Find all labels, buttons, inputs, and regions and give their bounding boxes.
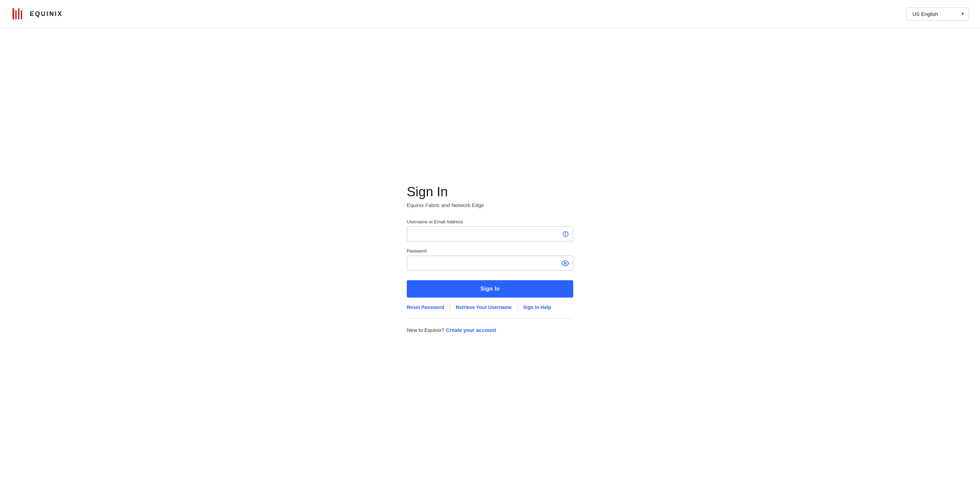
svg-point-10 [565,233,566,233]
page-subtitle: Equinix Fabric and Network Edge [407,202,573,208]
password-input[interactable] [407,256,573,271]
page-title: Sign In [407,185,573,199]
svg-point-11 [564,262,566,264]
password-field-group: Password [407,248,573,271]
username-field-group: Username or Email Address [407,219,573,241]
section-divider [407,319,573,319]
info-circle-icon[interactable] [562,231,569,237]
logo: EQUINIX [11,6,63,22]
header: EQUINIX US English Japanese German Frenc… [0,0,980,28]
logo-text: EQUINIX [30,10,63,18]
password-label: Password [407,248,573,253]
svg-rect-5 [15,10,17,19]
signin-button[interactable]: Sign In [407,280,573,298]
retrieve-username-link[interactable]: Retrieve Your Username [450,304,517,310]
new-to-equinix-text: New to Equinix? [407,327,444,333]
signin-help-link[interactable]: Sign In Help [518,304,557,310]
language-selector[interactable]: US English Japanese German French Spanis… [907,7,969,21]
signin-card: Sign In Equinix Fabric and Network Edge … [407,185,573,333]
username-input[interactable] [407,226,573,241]
links-row: Reset Password Retrieve Your Username Si… [407,304,573,310]
username-input-wrapper [407,226,573,241]
username-label: Username or Email Address [407,219,573,225]
eye-icon[interactable] [562,260,569,267]
svg-rect-6 [18,8,19,19]
language-select-input[interactable]: US English Japanese German French Spanis… [907,7,969,21]
svg-rect-4 [13,8,14,19]
password-input-wrapper [407,256,573,271]
main-content: Sign In Equinix Fabric and Network Edge … [0,28,980,489]
equinix-logo-icon [11,6,26,22]
new-account-section: New to Equinix? Create your account [407,327,573,333]
create-account-link[interactable]: Create your account [446,327,496,333]
svg-rect-7 [21,10,22,19]
reset-password-link[interactable]: Reset Password [407,304,450,310]
